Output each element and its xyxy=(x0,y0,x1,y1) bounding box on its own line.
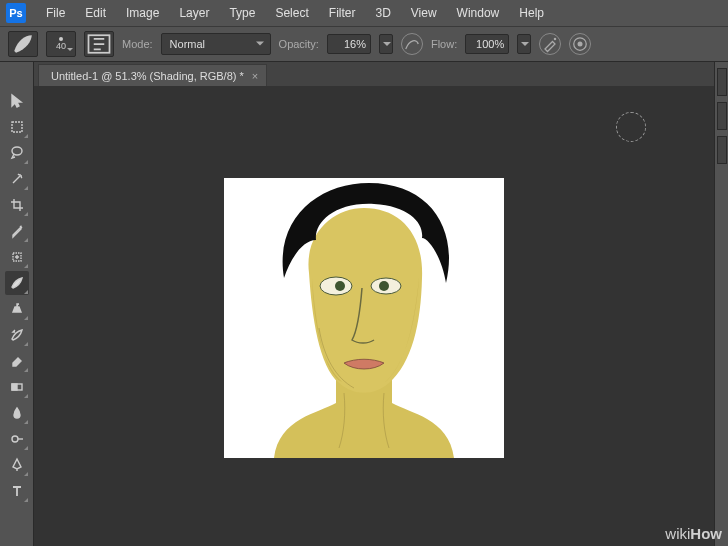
svg-point-11 xyxy=(335,281,345,291)
menu-view[interactable]: View xyxy=(401,2,447,24)
dodge-tool[interactable] xyxy=(5,427,29,451)
menu-file[interactable]: File xyxy=(36,2,75,24)
crop-tool[interactable] xyxy=(5,193,29,217)
size-pressure-toggle[interactable] xyxy=(569,33,591,55)
eyedropper-tool[interactable] xyxy=(5,219,29,243)
right-panel-dock xyxy=(714,62,728,546)
collapsed-panel[interactable] xyxy=(717,68,727,96)
watermark-text-b: How xyxy=(690,525,722,542)
opacity-pressure-toggle[interactable] xyxy=(401,33,423,55)
opacity-slider-toggle[interactable] xyxy=(379,34,393,54)
collapsed-panel[interactable] xyxy=(717,136,727,164)
brush-size-value: 40 xyxy=(56,42,66,51)
menu-3d[interactable]: 3D xyxy=(365,2,400,24)
close-tab-icon[interactable]: × xyxy=(252,70,258,82)
watermark-text-a: wiki xyxy=(665,525,690,542)
flow-input[interactable]: 100% xyxy=(465,34,509,54)
opacity-input[interactable]: 16% xyxy=(327,34,371,54)
document-tab-bar: Untitled-1 @ 51.3% (Shading, RGB/8) * × xyxy=(0,62,728,86)
collapsed-panel[interactable] xyxy=(717,102,727,130)
menu-select[interactable]: Select xyxy=(265,2,318,24)
healing-brush-tool[interactable] xyxy=(5,245,29,269)
flow-label: Flow: xyxy=(431,38,457,50)
lasso-tool[interactable] xyxy=(5,141,29,165)
svg-rect-8 xyxy=(12,384,17,390)
menu-bar: Ps File Edit Image Layer Type Select Fil… xyxy=(0,0,728,26)
document-tab-title: Untitled-1 @ 51.3% (Shading, RGB/8) * xyxy=(51,70,244,82)
airbrush-toggle[interactable] xyxy=(539,33,561,55)
brush-cursor-icon xyxy=(616,112,646,142)
blend-mode-dropdown[interactable]: Normal xyxy=(161,33,271,55)
menu-help[interactable]: Help xyxy=(509,2,554,24)
toolbox xyxy=(0,62,34,546)
menu-edit[interactable]: Edit xyxy=(75,2,116,24)
tool-preset-picker[interactable] xyxy=(8,31,38,57)
clone-stamp-tool[interactable] xyxy=(5,297,29,321)
svg-point-3 xyxy=(578,42,583,47)
menu-filter[interactable]: Filter xyxy=(319,2,366,24)
watermark: wikiHow xyxy=(665,525,722,542)
opacity-label: Opacity: xyxy=(279,38,319,50)
document-content xyxy=(224,178,504,458)
menu-window[interactable]: Window xyxy=(447,2,510,24)
blur-tool[interactable] xyxy=(5,401,29,425)
magic-wand-tool[interactable] xyxy=(5,167,29,191)
brush-tool[interactable] xyxy=(5,271,29,295)
eraser-tool[interactable] xyxy=(5,349,29,373)
svg-point-13 xyxy=(379,281,389,291)
mode-label: Mode: xyxy=(122,38,153,50)
options-bar: 40 Mode: Normal Opacity: 16% Flow: 100% xyxy=(0,26,728,62)
brush-preset-picker[interactable]: 40 xyxy=(46,31,76,57)
type-tool[interactable] xyxy=(5,479,29,503)
app-logo: Ps xyxy=(6,3,26,23)
canvas-area[interactable] xyxy=(34,86,714,546)
menu-type[interactable]: Type xyxy=(219,2,265,24)
move-tool[interactable] xyxy=(5,89,29,113)
menu-layer[interactable]: Layer xyxy=(169,2,219,24)
brush-panel-toggle[interactable] xyxy=(84,31,114,57)
artboard[interactable] xyxy=(224,178,504,458)
svg-point-9 xyxy=(12,436,18,442)
svg-point-1 xyxy=(554,38,557,41)
menu-image[interactable]: Image xyxy=(116,2,169,24)
marquee-tool[interactable] xyxy=(5,115,29,139)
history-brush-tool[interactable] xyxy=(5,323,29,347)
svg-rect-4 xyxy=(12,122,22,132)
flow-slider-toggle[interactable] xyxy=(517,34,531,54)
gradient-tool[interactable] xyxy=(5,375,29,399)
blend-mode-value: Normal xyxy=(170,38,205,50)
document-tab[interactable]: Untitled-1 @ 51.3% (Shading, RGB/8) * × xyxy=(38,64,267,86)
pen-tool[interactable] xyxy=(5,453,29,477)
